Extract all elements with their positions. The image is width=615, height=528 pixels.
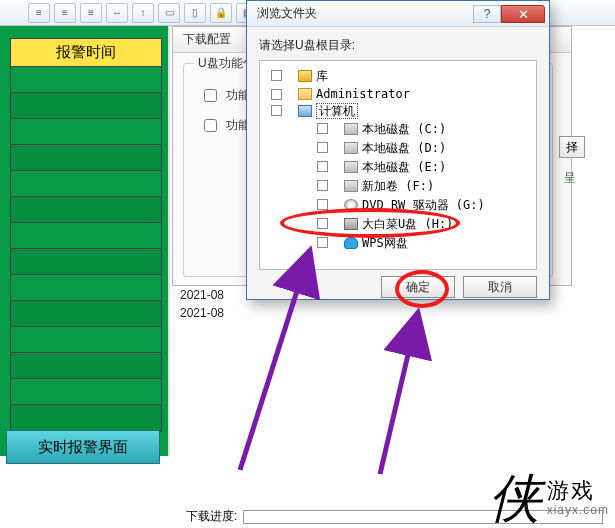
drive-icon bbox=[344, 161, 358, 173]
alarm-table: 报警时间 bbox=[10, 38, 162, 432]
drive-icon bbox=[344, 199, 358, 211]
alarm-row bbox=[11, 67, 161, 93]
dialog-title: 浏览文件夹 bbox=[257, 5, 317, 22]
log-line: 2021-08 bbox=[180, 286, 224, 304]
group-icon[interactable]: ▭ bbox=[158, 3, 180, 23]
folder-icon bbox=[298, 88, 312, 100]
tree-item-drive[interactable]: WPS网盘 bbox=[314, 234, 532, 253]
dialog-instruction: 请选择U盘根目录: bbox=[247, 27, 549, 60]
drive-icon bbox=[344, 180, 358, 192]
tree-item-drive[interactable]: 本地磁盘 (C:) bbox=[314, 120, 532, 139]
distribute-h-icon[interactable]: ↔ bbox=[106, 3, 128, 23]
tree-item-libraries[interactable]: 库 bbox=[268, 67, 532, 86]
dialog-titlebar[interactable]: 浏览文件夹 ? ✕ bbox=[247, 1, 549, 27]
log-timestamps: 2021-08 2021-08 bbox=[180, 286, 224, 322]
align-right-icon[interactable]: ≡ bbox=[80, 3, 102, 23]
align-left-icon[interactable]: ≡ bbox=[28, 3, 50, 23]
computer-icon bbox=[298, 105, 312, 117]
alarm-row bbox=[11, 223, 161, 249]
feature-pack-1-checkbox[interactable] bbox=[204, 89, 217, 102]
log-line: 2021-08 bbox=[180, 304, 224, 322]
alarm-row bbox=[11, 379, 161, 405]
drive-icon bbox=[344, 142, 358, 154]
folder-tree[interactable]: 库 Administrator 计算机 本地磁盘 (C:)本地磁盘 (D:)本地… bbox=[259, 60, 537, 270]
distribute-v-icon[interactable]: ↕ bbox=[132, 3, 154, 23]
choose-button-fragment[interactable]: 择 bbox=[559, 136, 585, 158]
alarm-row bbox=[11, 197, 161, 223]
lock-icon[interactable]: 🔒 bbox=[210, 3, 232, 23]
libraries-icon bbox=[298, 70, 312, 82]
alarm-row bbox=[11, 145, 161, 171]
tree-item-drive[interactable]: DVD RW 驱动器 (G:) bbox=[314, 196, 532, 215]
logo-cn: 游戏 bbox=[547, 478, 609, 503]
download-progress-label: 下载进度: bbox=[186, 508, 237, 525]
ok-button[interactable]: 确定 bbox=[381, 276, 455, 298]
alarm-row bbox=[11, 93, 161, 119]
realtime-alarm-button[interactable]: 实时报警界面 bbox=[6, 430, 160, 464]
drive-label: 本地磁盘 (E:) bbox=[362, 160, 446, 174]
alarm-row bbox=[11, 327, 161, 353]
alarm-row bbox=[11, 171, 161, 197]
drive-label: 大白菜U盘 (H:) bbox=[362, 217, 453, 231]
help-button[interactable]: ? bbox=[473, 5, 501, 23]
watermark-logo: 侠 游戏 xiayx.com bbox=[489, 472, 609, 524]
align-center-icon[interactable]: ≡ bbox=[54, 3, 76, 23]
tree-item-drive[interactable]: 本地磁盘 (E:) bbox=[314, 158, 532, 177]
close-button[interactable]: ✕ bbox=[501, 5, 545, 23]
alarm-row bbox=[11, 249, 161, 275]
browse-folder-dialog: 浏览文件夹 ? ✕ 请选择U盘根目录: 库 Administrator 计算机 … bbox=[246, 0, 550, 300]
tree-item-drive[interactable]: 大白菜U盘 (H:) bbox=[314, 215, 532, 234]
drive-icon bbox=[344, 237, 358, 249]
alarm-header: 报警时间 bbox=[11, 39, 161, 67]
tree-item-drive[interactable]: 本地磁盘 (D:) bbox=[314, 139, 532, 158]
progress-fragment: 呈 bbox=[564, 170, 576, 187]
tree-item-computer[interactable]: 计算机 本地磁盘 (C:)本地磁盘 (D:)本地磁盘 (E:)新加卷 (F:)D… bbox=[268, 102, 532, 254]
alarm-row bbox=[11, 119, 161, 145]
logo-en: xiayx.com bbox=[547, 504, 609, 518]
alarm-row bbox=[11, 275, 161, 301]
drive-label: DVD RW 驱动器 (G:) bbox=[362, 198, 485, 212]
drive-label: 本地磁盘 (C:) bbox=[362, 122, 446, 136]
drive-label: 新加卷 (F:) bbox=[362, 179, 434, 193]
ungroup-icon[interactable]: ▯ bbox=[184, 3, 206, 23]
feature-pack-2-checkbox[interactable] bbox=[204, 119, 217, 132]
logo-glyph-icon: 侠 bbox=[489, 472, 541, 524]
alarm-panel: 报警时间 bbox=[0, 26, 170, 456]
alarm-row bbox=[11, 405, 161, 431]
tree-item-drive[interactable]: 新加卷 (F:) bbox=[314, 177, 532, 196]
drive-icon bbox=[344, 218, 358, 230]
alarm-row bbox=[11, 301, 161, 327]
tree-item-administrator[interactable]: Administrator bbox=[268, 86, 532, 102]
svg-line-1 bbox=[380, 312, 418, 474]
drive-icon bbox=[344, 123, 358, 135]
drive-label: WPS网盘 bbox=[362, 236, 408, 250]
drive-label: 本地磁盘 (D:) bbox=[362, 141, 446, 155]
cancel-button[interactable]: 取消 bbox=[463, 276, 537, 298]
alarm-row bbox=[11, 353, 161, 379]
